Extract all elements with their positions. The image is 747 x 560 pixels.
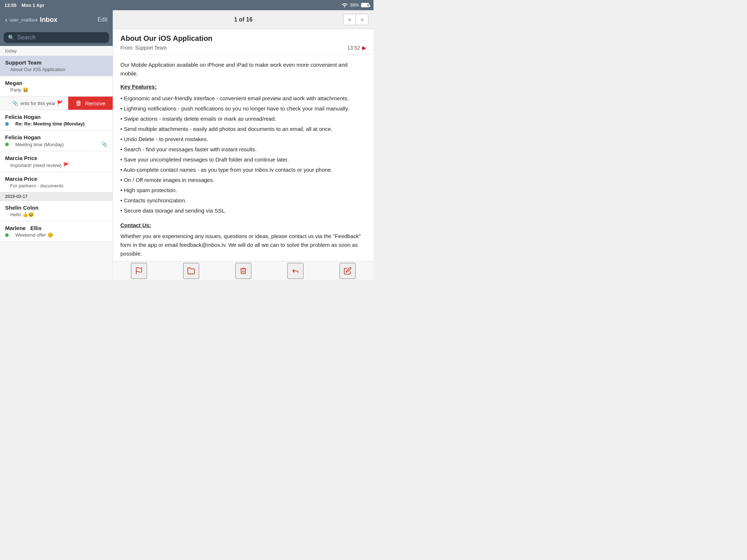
feature-item: • On / Off remote images in messages. bbox=[120, 176, 366, 184]
page-navigation: 1 of 16 bbox=[234, 16, 253, 23]
list-item[interactable]: Support Team About Our iOS Application bbox=[0, 56, 113, 76]
next-button[interactable]: > bbox=[356, 14, 368, 25]
right-header: 1 of 16 < > bbox=[113, 10, 374, 29]
list-item[interactable]: Marlene Ellis Weekend offer 😊 bbox=[0, 221, 113, 242]
feature-item: • Auto-complete contact names - as you t… bbox=[120, 166, 366, 174]
mail-sender: Support Team bbox=[5, 59, 108, 66]
email-content: About Our iOS Application From: Support … bbox=[113, 29, 374, 261]
email-time: 13:52 ▶ bbox=[347, 45, 366, 51]
features-list: • Ergonomic and user-friendly interface … bbox=[120, 94, 366, 215]
read-dot bbox=[5, 233, 9, 237]
play-icon: ▶ bbox=[362, 45, 366, 51]
main-container: ‹ user_mailbox Inbox Edit 🔍 Search today… bbox=[0, 10, 374, 280]
compose-button[interactable] bbox=[340, 263, 356, 279]
mail-sender: Megan bbox=[5, 80, 108, 86]
wifi-icon bbox=[341, 2, 348, 8]
mail-subject: Re: Re: Meeting time (Monday) bbox=[10, 121, 85, 127]
feature-item: • Save your uncompleted messages to Draf… bbox=[120, 155, 366, 164]
bottom-toolbar bbox=[113, 261, 374, 280]
email-subject: About Our iOS Application bbox=[120, 34, 366, 43]
unread-dot bbox=[5, 122, 9, 126]
mail-subject: Party 😀 bbox=[5, 87, 28, 93]
read-dot bbox=[5, 143, 9, 146]
edit-button[interactable]: Edit bbox=[97, 16, 108, 23]
left-header-left: ‹ user_mailbox Inbox bbox=[5, 16, 57, 24]
nav-buttons: < > bbox=[343, 14, 368, 25]
remove-label: Remove bbox=[85, 100, 105, 106]
page-info: 1 of 16 bbox=[234, 16, 253, 23]
list-item[interactable]: Felicia Hogan Meeting time (Monday) 📎 bbox=[0, 131, 113, 151]
trash-button[interactable] bbox=[235, 263, 251, 279]
mail-sender: Marcia Price bbox=[5, 176, 108, 182]
remove-button[interactable]: 🗑 Remove bbox=[68, 97, 113, 110]
section-today: today bbox=[0, 46, 113, 56]
left-panel: ‹ user_mailbox Inbox Edit 🔍 Search today… bbox=[0, 10, 113, 280]
mail-subject: Important! (need review) bbox=[5, 163, 62, 168]
flag-indicator: 🚩 bbox=[63, 162, 69, 168]
trash-icon: 🗑 bbox=[76, 100, 82, 107]
mail-sender: Shelin Colon bbox=[5, 205, 108, 211]
attachment-icon: 📎 bbox=[101, 141, 108, 147]
mail-sender: Marlene Ellis bbox=[5, 225, 108, 231]
feature-item: • Search - find your messages faster wit… bbox=[120, 145, 366, 154]
mail-subject: For partners - documents bbox=[5, 183, 63, 188]
date-separator: 2019-03-17 bbox=[0, 192, 113, 201]
status-bar: 13:55 Mon 1 Apr 88% bbox=[0, 0, 374, 10]
status-time: 13:55 Mon 1 Apr bbox=[4, 3, 44, 8]
contact-text: Whether you are experiencing any issues,… bbox=[120, 232, 366, 258]
list-item[interactable]: Marcia Price Important! (need review) 🚩 bbox=[0, 151, 113, 172]
left-header: ‹ user_mailbox Inbox Edit bbox=[0, 10, 113, 29]
swipe-mail-content[interactable]: 📎 ents for this year 🚩 bbox=[0, 97, 68, 110]
search-placeholder: Search bbox=[17, 34, 36, 41]
list-item[interactable]: Marcia Price For partners - documents bbox=[0, 172, 113, 192]
feature-item: • Secure data storage and sending via SS… bbox=[120, 206, 366, 215]
feature-item: • Swipe actions - instantly delete email… bbox=[120, 114, 366, 123]
inbox-title: Inbox bbox=[40, 16, 57, 24]
mail-subject: ents for this year bbox=[20, 101, 55, 106]
feature-item: • High spam protection. bbox=[120, 186, 366, 195]
email-meta: From: Support Team 13:52 ▶ bbox=[120, 45, 366, 51]
key-features-heading: Key Features: bbox=[120, 82, 366, 91]
email-body: Our Mobile Application available on iPho… bbox=[113, 55, 374, 261]
mail-sender: Felicia Hogan bbox=[5, 134, 108, 140]
right-panel: 1 of 16 < > About Our iOS Application Fr… bbox=[113, 10, 374, 280]
mailbox-name[interactable]: user_mailbox bbox=[9, 17, 38, 23]
search-icon: 🔍 bbox=[8, 35, 14, 40]
feature-item: • Lightning notifications - push notific… bbox=[120, 104, 366, 113]
list-item[interactable]: Felicia Hogan Re: Re: Meeting time (Mond… bbox=[0, 110, 113, 131]
attachment-icon: 📎 bbox=[12, 100, 18, 106]
email-from: From: Support Team bbox=[120, 45, 167, 51]
mail-subject: Meeting time (Monday) bbox=[10, 142, 64, 147]
contact-heading: Contact Us: bbox=[120, 221, 366, 230]
email-title-bar: About Our iOS Application From: Support … bbox=[113, 29, 374, 55]
feature-item: • Ergonomic and user-friendly interface … bbox=[120, 94, 366, 103]
search-container: 🔍 Search bbox=[0, 29, 113, 46]
mail-subject: Weekend offer 😊 bbox=[10, 232, 53, 238]
reply-button[interactable] bbox=[287, 263, 303, 279]
list-item[interactable]: Megan Party 😀 bbox=[0, 76, 113, 97]
list-item[interactable]: Shelin Colon Hello 👍😆 bbox=[0, 201, 113, 221]
feature-item: • Send multiple attachments - easily add… bbox=[120, 125, 366, 133]
folder-button[interactable] bbox=[183, 263, 199, 279]
feature-item: • Undo Delete - to prevent mistakes. bbox=[120, 135, 366, 144]
prev-button[interactable]: < bbox=[344, 14, 356, 25]
mail-subject: Hello 👍😆 bbox=[5, 212, 34, 217]
battery-icon bbox=[361, 3, 369, 7]
back-button[interactable]: ‹ bbox=[5, 16, 7, 24]
flag-indicator: 🚩 bbox=[57, 100, 63, 106]
email-intro: Our Mobile Application available on iPho… bbox=[120, 61, 366, 78]
mail-subject: About Our iOS Application bbox=[5, 67, 65, 72]
swipe-row: 📎 ents for this year 🚩 🗑 Remove bbox=[0, 97, 113, 110]
flag-button[interactable] bbox=[131, 263, 147, 279]
mail-list: today Support Team About Our iOS Applica… bbox=[0, 46, 113, 280]
search-box[interactable]: 🔍 Search bbox=[4, 32, 109, 43]
battery-percent: 88% bbox=[350, 3, 359, 8]
status-indicators: 88% bbox=[341, 2, 369, 8]
mail-sender: Marcia Price bbox=[5, 155, 108, 161]
mail-sender: Felicia Hogan bbox=[5, 114, 108, 120]
feature-item: • Contacts synchronization. bbox=[120, 196, 366, 205]
